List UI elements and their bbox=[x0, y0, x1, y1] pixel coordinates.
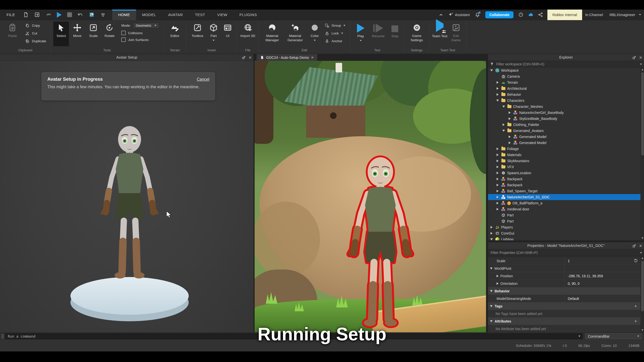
tab-home[interactable]: HOME bbox=[112, 10, 136, 20]
tree-row[interactable]: Clothing_Palette bbox=[488, 122, 640, 128]
properties-scrollbar[interactable] bbox=[640, 256, 644, 332]
expand-arrow-icon[interactable] bbox=[496, 148, 500, 150]
expand-arrow-icon[interactable] bbox=[496, 93, 500, 96]
tab-avatar[interactable]: AVATAR bbox=[162, 10, 189, 20]
expand-arrow-icon[interactable] bbox=[496, 81, 500, 84]
avatar-setup-titlebar[interactable]: Avatar Setup × bbox=[0, 54, 254, 61]
reset-icon[interactable] bbox=[634, 259, 638, 263]
property-value[interactable]: 0, 90, 0 bbox=[568, 282, 580, 286]
section-arrow-icon[interactable] bbox=[490, 305, 493, 307]
selected-character[interactable] bbox=[342, 155, 419, 332]
collapse-ribbon-icon[interactable] bbox=[439, 13, 443, 17]
scroll-down-icon[interactable] bbox=[641, 237, 643, 239]
scale-tool-button[interactable]: Scale bbox=[86, 22, 101, 46]
import-3d-button[interactable]: Import 3D bbox=[239, 22, 256, 46]
part-button[interactable]: Part bbox=[207, 22, 221, 46]
tree-row[interactable]: Backpack bbox=[488, 176, 640, 182]
join-surfaces-checkbox[interactable]: Join Surfaces bbox=[121, 37, 159, 42]
cut-button[interactable]: Cut bbox=[23, 29, 48, 37]
expand-arrow-icon[interactable] bbox=[502, 123, 506, 126]
stop-icon[interactable] bbox=[67, 12, 72, 17]
layout-icon[interactable] bbox=[89, 12, 95, 18]
properties-filter[interactable] bbox=[488, 249, 644, 256]
play-icon[interactable] bbox=[57, 12, 62, 18]
material-manager-button[interactable]: Material Manager bbox=[261, 22, 283, 46]
expand-arrow-icon[interactable] bbox=[508, 111, 512, 114]
scroll-thumb[interactable] bbox=[641, 261, 644, 311]
avatar-preview-canvas[interactable]: Avatar Setup in Progress Cancel This mig… bbox=[0, 61, 254, 332]
tree-row[interactable]: StylizedMale_BaseBody bbox=[488, 116, 640, 122]
panel-splitter[interactable] bbox=[488, 240, 644, 242]
tree-row[interactable]: NatureArcherGirl_S1_GDC bbox=[488, 194, 640, 200]
scroll-up-icon[interactable] bbox=[641, 69, 643, 70]
tree-row[interactable]: Players bbox=[488, 224, 640, 230]
expand-arrow-icon[interactable] bbox=[502, 130, 506, 132]
assistant-button[interactable]: Assistant bbox=[448, 12, 470, 17]
expand-arrow-icon[interactable] bbox=[496, 172, 500, 174]
ui-button[interactable]: UI bbox=[221, 22, 234, 46]
tree-row[interactable]: Part bbox=[488, 218, 640, 224]
expand-arrow-icon[interactable] bbox=[496, 190, 500, 192]
expand-arrow-icon[interactable] bbox=[490, 238, 494, 240]
section-arrow-icon[interactable] bbox=[490, 320, 493, 322]
tree-row[interactable]: VFX bbox=[488, 164, 640, 170]
expand-arrow-icon[interactable] bbox=[497, 282, 499, 285]
rotate-tool-button[interactable]: Rotate bbox=[102, 22, 117, 46]
expand-arrow-icon[interactable] bbox=[497, 275, 499, 277]
property-row[interactable]: Position-286.76, 19.11, 39.359 bbox=[488, 272, 640, 280]
material-generator-button[interactable]: Material Generator bbox=[284, 22, 307, 46]
expand-arrow-icon[interactable] bbox=[490, 69, 494, 71]
copy-button[interactable]: Copy bbox=[23, 22, 48, 29]
property-value[interactable]: 1 bbox=[568, 259, 570, 263]
tree-row[interactable]: Foliage bbox=[488, 146, 640, 152]
user-caret-icon[interactable] bbox=[639, 14, 641, 15]
tree-row[interactable]: Camera bbox=[488, 73, 640, 79]
tab-close-icon[interactable]: × bbox=[311, 55, 314, 60]
property-section[interactable]: Tags+ bbox=[488, 302, 640, 310]
filter-caret-icon[interactable] bbox=[640, 64, 642, 65]
quick-access-caret-icon[interactable] bbox=[100, 12, 106, 18]
collisions-checkbox[interactable]: Collisions bbox=[121, 31, 159, 35]
tree-row[interactable]: Ball_Spawn_Target bbox=[488, 188, 640, 194]
tree-row[interactable]: Character_Meshes bbox=[488, 104, 640, 110]
tree-row[interactable]: Characters bbox=[488, 98, 640, 104]
expand-arrow-icon[interactable] bbox=[496, 100, 500, 102]
property-row[interactable]: ModelStreamingModeDefault bbox=[488, 295, 640, 302]
explorer-scrollbar[interactable] bbox=[640, 67, 644, 240]
scroll-thumb[interactable] bbox=[641, 72, 644, 155]
tree-row[interactable]: CoreGui bbox=[488, 230, 640, 236]
explorer-filter[interactable] bbox=[488, 61, 644, 67]
close-icon[interactable]: × bbox=[639, 56, 642, 60]
property-value[interactable]: Default bbox=[568, 297, 579, 301]
expand-arrow-icon[interactable] bbox=[496, 178, 500, 180]
mode-selector[interactable]: Mode: Geometric bbox=[121, 23, 159, 28]
new-file-icon[interactable] bbox=[23, 12, 29, 18]
expand-arrow-icon[interactable] bbox=[496, 87, 500, 90]
tree-row[interactable]: SpawnLocation bbox=[488, 170, 640, 176]
expand-arrow-icon[interactable] bbox=[496, 154, 500, 156]
toolbox-button[interactable]: Toolbox bbox=[189, 22, 206, 46]
paste-button[interactable]: Paste bbox=[3, 22, 23, 46]
properties-filter-input[interactable] bbox=[490, 250, 642, 255]
property-row[interactable]: Orientation0, 90, 0 bbox=[488, 280, 640, 287]
property-value[interactable]: -286.76, 19.11, 39.359 bbox=[568, 274, 603, 278]
move-tool-button[interactable]: Move bbox=[69, 22, 85, 46]
terrain-editor-button[interactable]: Editor bbox=[166, 22, 184, 46]
tree-row[interactable]: Backpack bbox=[488, 182, 640, 188]
expand-arrow-icon[interactable] bbox=[508, 142, 512, 144]
tab-test[interactable]: TEST bbox=[189, 10, 211, 20]
tab-model[interactable]: MODEL bbox=[136, 10, 162, 20]
channel-label[interactable]: In Channel bbox=[585, 13, 603, 17]
explorer-filter-input[interactable] bbox=[496, 62, 642, 66]
tree-row[interactable]: SkyMountains bbox=[488, 158, 640, 164]
stop-button[interactable]: Stop bbox=[388, 22, 402, 46]
resume-button[interactable]: Resume bbox=[369, 22, 387, 46]
expand-arrow-icon[interactable] bbox=[496, 196, 500, 198]
expand-arrow-icon[interactable] bbox=[490, 267, 493, 269]
share-icon[interactable] bbox=[538, 12, 543, 17]
collaborate-button[interactable]: Collaborate bbox=[485, 11, 513, 18]
exit-game-button[interactable]: Exit Game bbox=[448, 22, 464, 46]
explorer-titlebar[interactable]: Explorer × bbox=[488, 54, 644, 61]
expand-arrow-icon[interactable] bbox=[490, 232, 494, 235]
undock-icon[interactable] bbox=[242, 56, 246, 60]
